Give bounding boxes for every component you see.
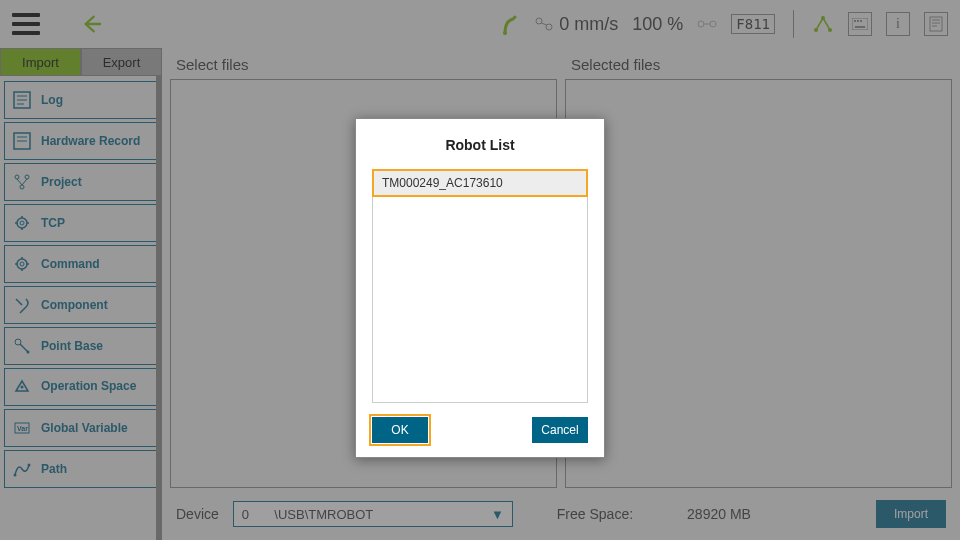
robot-list[interactable]: TM000249_AC173610 <box>372 169 588 403</box>
modal-title: Robot List <box>372 137 588 153</box>
modal-overlay: Robot List TM000249_AC173610 OK Cancel <box>0 0 960 540</box>
ok-button[interactable]: OK <box>372 417 428 443</box>
cancel-button[interactable]: Cancel <box>532 417 588 443</box>
robot-list-modal: Robot List TM000249_AC173610 OK Cancel <box>355 118 605 458</box>
robot-list-item[interactable]: TM000249_AC173610 <box>372 169 588 197</box>
